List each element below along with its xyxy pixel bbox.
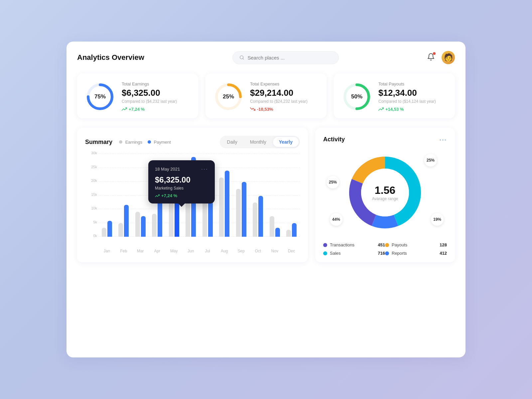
bar-gray[interactable] [270, 216, 274, 237]
x-label: Jan [98, 249, 115, 253]
search-input[interactable] [247, 55, 332, 61]
summary-card: Summary Earnings Payment Daily [77, 128, 308, 262]
bar-group [266, 154, 283, 237]
earnings-value: $6,325.00 [122, 88, 190, 98]
expenses-value: $29,214.00 [250, 88, 319, 98]
legend-payment: Payment [148, 140, 171, 145]
stat-card-expenses: 25% Total Expenses $29,214.00 Compared t… [205, 73, 327, 118]
bar-group [115, 154, 132, 237]
tooltip-trend-icon [155, 194, 160, 198]
activity-more-btn[interactable]: ··· [439, 136, 447, 143]
x-label: Aug [216, 249, 233, 253]
x-label: Mar [132, 249, 149, 253]
bar-blue[interactable] [292, 223, 297, 237]
legend-dot-payment [148, 140, 151, 144]
bar-blue[interactable] [242, 182, 246, 237]
tooltip-change: +7,24 % [155, 193, 208, 198]
dashboard: Analytics Overview 🧑 [66, 42, 466, 357]
x-label: Apr [149, 249, 166, 253]
donut-label-tl: 25% [327, 176, 339, 189]
bar-blue[interactable] [124, 205, 129, 237]
bar-group [98, 154, 115, 237]
donut-label-bl: 44% [330, 213, 342, 226]
header: Analytics Overview 🧑 [77, 51, 455, 64]
legend-item-reports: Reports 412 [385, 251, 447, 256]
donut-center: 1.56 Avarage range [372, 184, 398, 201]
x-label: Jun [183, 249, 200, 253]
payouts-pct: 50% [351, 93, 362, 100]
bar-gray[interactable] [236, 189, 241, 237]
stat-card-payouts: 50% Total Payouts $12,34.00 Compared to … [334, 73, 455, 118]
payouts-compare: Compared to ($14,124 last year) [378, 99, 447, 104]
summary-header: Summary Earnings Payment Daily [85, 136, 300, 148]
activity-card: Activity ··· [315, 128, 455, 262]
chart-tooltip: 18 May 2021 ··· $6,325.00 Marketing Sale… [148, 160, 215, 203]
bar-gray[interactable] [135, 212, 140, 237]
search-bar[interactable] [232, 51, 339, 64]
tab-group: Daily Monthly Yearly [220, 136, 300, 148]
donut-label-br: 19% [431, 213, 444, 226]
activity-header: Activity ··· [323, 136, 447, 143]
expenses-ring: 25% [213, 82, 243, 112]
activity-legend: Transactions 451 Payouts 128 Sales 716 R… [323, 242, 447, 256]
tooltip-value: $6,325.00 [155, 175, 208, 185]
payouts-ring: 50% [342, 82, 372, 112]
bar-group [250, 154, 267, 237]
legend-dot-transactions [323, 243, 327, 247]
x-label: Dec [283, 249, 300, 253]
bar-blue[interactable] [225, 171, 229, 237]
bar-blue[interactable] [107, 221, 112, 237]
donut-wrapper: 1.56 Avarage range 25% 25% 44% 19% [323, 149, 447, 236]
x-labels: JanFebMarAprMayJunJulAugSepOctNovDec [85, 249, 300, 253]
payouts-info: Total Payouts $12,34.00 Compared to ($14… [378, 81, 447, 112]
legend-dot-reports [385, 251, 389, 255]
legend-earnings: Earnings [119, 140, 142, 145]
earnings-info: Total Earnings $6,325.00 Compared to ($4… [122, 81, 190, 112]
tooltip-date: 18 May 2021 [155, 167, 180, 172]
legend-item-payouts: Payouts 128 [385, 242, 447, 247]
donut-label-tr: 25% [424, 154, 437, 167]
tab-yearly[interactable]: Yearly [273, 137, 299, 147]
legend-dot-payouts [385, 243, 389, 247]
donut-value: 1.56 [372, 184, 398, 197]
expenses-compare: Compared to ($24,232 last year) [250, 99, 319, 104]
payouts-label: Total Payouts [378, 81, 447, 86]
tab-monthly[interactable]: Monthly [244, 137, 272, 147]
bar-blue[interactable] [141, 216, 146, 237]
bar-group [283, 154, 300, 237]
expenses-pct: 25% [223, 93, 234, 100]
x-label: Sep [233, 249, 250, 253]
bar-blue[interactable] [258, 196, 263, 237]
bar-gray[interactable] [286, 230, 291, 237]
tab-daily[interactable]: Daily [221, 137, 243, 147]
avatar[interactable]: 🧑 [442, 51, 455, 64]
bar-group [132, 154, 149, 237]
notification-dot [433, 52, 436, 55]
payouts-change: +14,53 % [378, 106, 447, 112]
stat-cards: 75% Total Earnings $6,325.00 Compared to… [77, 73, 455, 118]
notification-bell[interactable] [427, 53, 435, 62]
page-title: Analytics Overview [77, 53, 144, 62]
trend-up-icon-2 [378, 106, 384, 112]
bar-group [216, 154, 233, 237]
bar-gray[interactable] [152, 214, 157, 237]
tooltip-label: Marketing Sales [155, 186, 208, 191]
earnings-ring: 75% [85, 82, 115, 112]
tooltip-more[interactable]: ··· [201, 166, 208, 173]
bar-gray[interactable] [118, 223, 123, 237]
legend-item-sales: Sales 716 [323, 251, 385, 256]
expenses-label: Total Expenses [250, 81, 319, 86]
x-label: Oct [250, 249, 267, 253]
x-label: Nov [266, 249, 283, 253]
bar-blue[interactable] [275, 228, 280, 237]
summary-legend: Earnings Payment [119, 140, 171, 145]
bar-gray[interactable] [219, 178, 224, 237]
bottom-row: Summary Earnings Payment Daily [77, 128, 455, 262]
stat-card-earnings: 75% Total Earnings $6,325.00 Compared to… [77, 73, 198, 118]
expenses-change: -10,53% [250, 106, 319, 112]
bar-blue[interactable] [158, 200, 162, 237]
bar-gray[interactable] [102, 228, 106, 237]
trend-up-icon [122, 106, 127, 112]
bar-gray[interactable] [253, 202, 257, 237]
earnings-pct: 75% [94, 93, 106, 100]
